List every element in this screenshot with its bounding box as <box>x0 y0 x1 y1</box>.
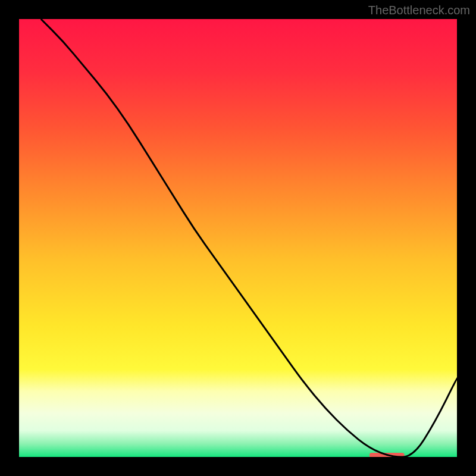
chart-plot-area <box>19 19 457 457</box>
chart-svg <box>19 19 457 457</box>
watermark-text: TheBottleneck.com <box>368 4 470 17</box>
chart-background <box>19 19 457 457</box>
